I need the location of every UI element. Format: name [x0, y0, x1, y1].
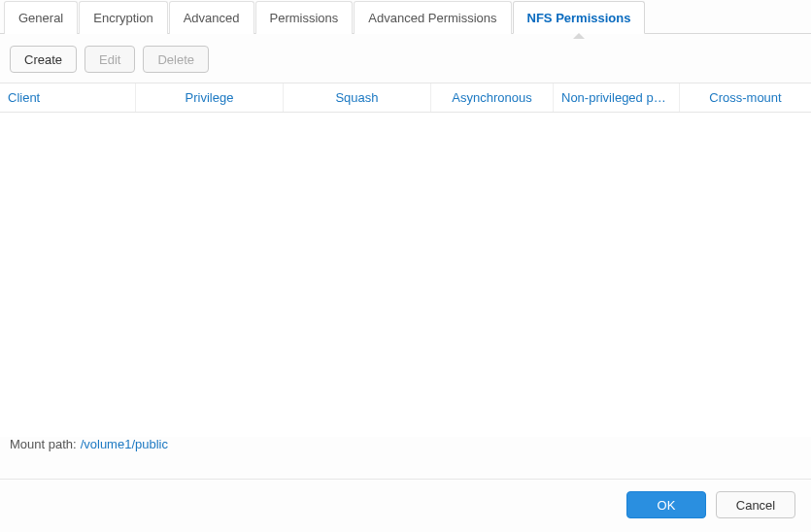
tab-bar: General Encryption Advanced Permissions … [0, 0, 811, 34]
column-asynchronous[interactable]: Asynchronous [431, 83, 554, 112]
column-cross-mount[interactable]: Cross-mount [680, 83, 811, 112]
create-button[interactable]: Create [10, 46, 77, 73]
table-header: Client Privilege Squash Asynchronous Non… [0, 83, 811, 113]
mount-path-value: /volume1/public [81, 437, 168, 451]
column-client[interactable]: Client [0, 83, 136, 112]
dialog-footer: OK Cancel [0, 479, 811, 532]
ok-button[interactable]: OK [626, 491, 706, 518]
tab-general[interactable]: General [4, 1, 78, 34]
toolbar: Create Edit Delete [0, 34, 811, 83]
tab-encryption[interactable]: Encryption [79, 1, 167, 34]
mount-path-label: Mount path: [10, 437, 77, 451]
table-body [0, 113, 811, 437]
edit-button: Edit [84, 46, 135, 73]
tab-nfs-permissions[interactable]: NFS Permissions [513, 1, 646, 34]
tab-advanced-permissions[interactable]: Advanced Permissions [354, 1, 511, 34]
column-non-privileged[interactable]: Non-privileged p… [554, 83, 680, 112]
mount-path: Mount path: /volume1/public [0, 437, 811, 461]
column-squash[interactable]: Squash [284, 83, 431, 112]
tab-permissions[interactable]: Permissions [255, 1, 354, 34]
delete-button: Delete [143, 46, 209, 73]
cancel-button[interactable]: Cancel [716, 491, 795, 518]
column-privilege[interactable]: Privilege [136, 83, 284, 112]
tab-advanced[interactable]: Advanced [169, 1, 254, 34]
